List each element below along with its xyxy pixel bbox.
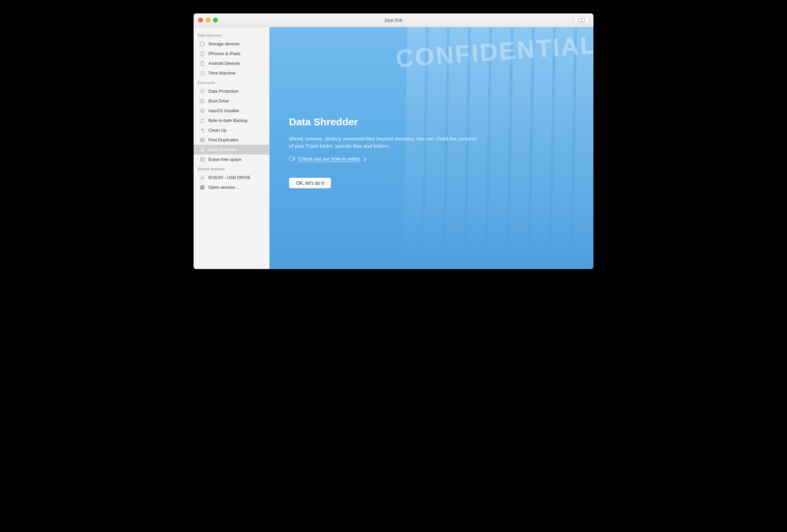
ok-lets-do-it-button[interactable]: OK, let's do it bbox=[289, 178, 331, 189]
erase-icon bbox=[199, 157, 205, 162]
sidebar-item-label: Boot Drive bbox=[208, 98, 229, 104]
sidebar-item-iphones-ipads[interactable]: iPhones & iPads bbox=[194, 49, 269, 59]
sidebar-item-label: macOS Installer bbox=[208, 108, 239, 113]
sidebar-item-label: Time Machine bbox=[208, 70, 236, 75]
sidebar-item-find-duplicates[interactable]: Find Duplicates bbox=[194, 135, 269, 145]
shield-icon bbox=[199, 89, 205, 94]
sidebar-item-erase-free-space[interactable]: Erase free space bbox=[194, 155, 269, 164]
sidebar-item-label: Android Devices bbox=[208, 61, 240, 66]
refresh-icon bbox=[199, 118, 205, 123]
howto-video-link[interactable]: Check out our how-to video ❯ bbox=[289, 156, 367, 162]
phone-icon bbox=[199, 61, 205, 66]
window-body: Data Recovery Storage devices iPhones & … bbox=[194, 27, 593, 269]
video-link-label: Check out our how-to video bbox=[298, 156, 360, 162]
sidebar-item-label: Storage devices bbox=[208, 41, 240, 46]
duplicates-icon bbox=[199, 137, 205, 143]
svg-point-15 bbox=[201, 177, 203, 179]
sidebar-item-byte-backup[interactable]: Byte-to-byte Backup bbox=[194, 115, 269, 125]
sidebar-item-data-shredder[interactable]: Data Shredder bbox=[194, 145, 269, 155]
sidebar: Data Recovery Storage devices iPhones & … bbox=[194, 27, 270, 269]
gear-icon bbox=[199, 175, 205, 180]
shredder-icon bbox=[199, 147, 205, 153]
svg-rect-11 bbox=[200, 139, 203, 142]
sidebar-item-storage-devices[interactable]: Storage devices bbox=[194, 39, 269, 49]
sidebar-item-label: Data Protection bbox=[208, 89, 239, 94]
svg-point-3 bbox=[203, 45, 204, 45]
sidebar-section-title: Data Recovery bbox=[194, 30, 269, 39]
sidebar-toggle-button[interactable] bbox=[574, 16, 590, 24]
minimize-window-button[interactable] bbox=[206, 18, 210, 22]
sidebar-item-macos-installer[interactable]: macOS Installer bbox=[194, 106, 269, 115]
main-pane: CONFIDENTIAL Data Shredder Shred, remove… bbox=[270, 27, 593, 269]
app-window: Disk Drill Data Recovery Storage devices bbox=[194, 14, 593, 269]
sidebar-item-label: Data Shredder bbox=[208, 147, 237, 152]
window-title: Disk Drill bbox=[194, 18, 593, 23]
sidebar-item-time-machine[interactable]: Time Machine bbox=[194, 68, 269, 78]
sidebar-item-clean-up[interactable]: Clean Up bbox=[194, 125, 269, 135]
sidebar-item-label: Open session ... bbox=[208, 185, 240, 190]
phone-icon bbox=[199, 51, 205, 57]
page-description: Shred, remove, destroy unwanted files be… bbox=[289, 135, 477, 150]
sidebar-item-label: Clean Up bbox=[208, 128, 227, 133]
svg-point-5 bbox=[202, 55, 203, 56]
svg-rect-12 bbox=[201, 138, 204, 141]
sidebar-item-boot-drive[interactable]: Boot Drive bbox=[194, 96, 269, 106]
main-content: Data Shredder Shred, remove, destroy unw… bbox=[270, 27, 477, 189]
svg-rect-2 bbox=[200, 42, 204, 46]
boot-icon bbox=[199, 98, 205, 104]
plus-icon bbox=[199, 185, 205, 190]
close-window-button[interactable] bbox=[198, 18, 203, 22]
sidebar-item-label: Erase free space bbox=[208, 157, 241, 162]
sidebar-item-label: Byte-to-byte Backup bbox=[208, 118, 248, 123]
hdd-icon bbox=[199, 41, 205, 47]
sidebar-item-label: 9/16/20 - USB DRIVE bbox=[208, 175, 250, 180]
disc-icon bbox=[199, 108, 205, 113]
page-heading: Data Shredder bbox=[289, 116, 477, 128]
sidebar-item-android-devices[interactable]: Android Devices bbox=[194, 59, 269, 68]
clock-icon bbox=[199, 70, 205, 76]
svg-rect-17 bbox=[289, 157, 293, 161]
sidebar-item-data-protection[interactable]: Data Protection bbox=[194, 86, 269, 96]
sidebar-item-label: iPhones & iPads bbox=[208, 51, 240, 56]
sidebar-section-title: Extra tools bbox=[194, 78, 269, 86]
chevron-right-icon: ❯ bbox=[363, 156, 367, 161]
columns-icon bbox=[578, 18, 585, 22]
sidebar-item-label: Find Duplicates bbox=[208, 137, 239, 142]
zoom-window-button[interactable] bbox=[213, 18, 218, 22]
window-controls bbox=[194, 18, 218, 22]
svg-rect-13 bbox=[200, 148, 204, 150]
titlebar: Disk Drill bbox=[194, 14, 593, 27]
sparkle-icon bbox=[199, 128, 205, 133]
sidebar-item-recent-session[interactable]: 9/16/20 - USB DRIVE bbox=[194, 173, 269, 182]
sidebar-item-open-session[interactable]: Open session ... bbox=[194, 182, 269, 192]
titlebar-right bbox=[574, 16, 590, 24]
video-icon bbox=[289, 156, 295, 161]
sidebar-section-title: Recent sessions bbox=[194, 164, 269, 173]
